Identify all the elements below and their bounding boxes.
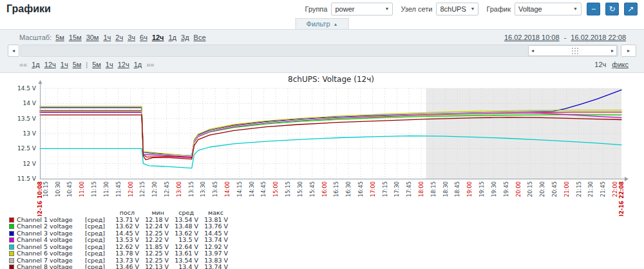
x-tick-label: 19:30: [491, 181, 497, 197]
scrollbar-slider[interactable]: ◂ ▸: [528, 45, 617, 56]
series-avg-value: 13.5 V: [170, 237, 200, 244]
host-select-value: 8chUPS: [440, 5, 466, 13]
x-axis-arrow-icon: [625, 177, 629, 181]
series-name: Channel 6 voltage: [15, 250, 84, 257]
chevron-down-icon: ▼: [470, 6, 475, 11]
x-tick-label: 21:45: [600, 181, 606, 197]
nav-divider: |: [86, 61, 88, 68]
legend-header-макс: макс: [200, 210, 229, 217]
scale-option-30м[interactable]: 30м: [86, 34, 99, 41]
scrollbar-track[interactable]: ◂ ▸: [21, 45, 618, 57]
x-tick-label: 13:45: [212, 181, 218, 197]
legend-row-channel-6: Channel 6 voltage[сред]13.78 V12.25 V13.…: [8, 250, 229, 257]
scale-option-1ч[interactable]: 1ч: [103, 34, 111, 41]
scale-option-12ч[interactable]: 12ч: [152, 34, 164, 41]
nav-forward-5м[interactable]: 5м: [92, 61, 101, 68]
scale-option-1д[interactable]: 1д: [169, 34, 177, 41]
series-color-swatch: [9, 264, 14, 269]
y-axis-arrow-icon: [39, 80, 43, 84]
x-tick-label: 15:00: [272, 181, 279, 197]
scrollbar-right-button[interactable]: ▸: [621, 45, 636, 57]
chart-title: 8chUPS: Voltage (12ч): [288, 75, 374, 84]
page-title: Графики: [6, 3, 51, 15]
nav-fast-forward[interactable]: »»: [146, 61, 154, 68]
scale-option-15м[interactable]: 15м: [69, 34, 82, 41]
series-function: [сред]: [84, 250, 111, 257]
x-tick-label: 12:00: [128, 181, 134, 197]
nav-back-1д[interactable]: 1д: [32, 61, 40, 68]
drag-grip-icon: [572, 50, 573, 52]
nav-back-12ч[interactable]: 12ч: [44, 61, 56, 68]
series-max-value: 13.76 V: [200, 223, 229, 230]
series-min-value: 12.24 V: [140, 223, 170, 230]
nav-forward-1д[interactable]: 1д: [134, 61, 142, 68]
x-tick-label: 15:15: [285, 181, 291, 197]
series-last-value: 13.62 V: [111, 223, 140, 230]
nav-back-1ч[interactable]: 1ч: [61, 61, 68, 68]
x-tick-label: 16:00: [321, 181, 328, 197]
nav-fast-back[interactable]: ««: [19, 61, 27, 68]
y-tick-label: 12 V: [23, 161, 37, 167]
fix-link[interactable]: фикс: [612, 61, 629, 68]
filter-tab[interactable]: Фильтр ▲: [296, 18, 349, 29]
series-avg-value: 13.48 V: [170, 223, 200, 230]
x-tick-label: 12:45: [164, 181, 170, 197]
x-tick-label: 19:15: [478, 181, 485, 197]
series-last-value: 13.46 V: [111, 264, 140, 269]
x-tick-label: 15:45: [309, 181, 316, 197]
scale-option-3д[interactable]: 3д: [181, 34, 189, 41]
scale-option-5м[interactable]: 5м: [55, 34, 64, 41]
scale-option-3ч[interactable]: 3ч: [128, 34, 135, 41]
chevron-down-icon: ▼: [573, 6, 578, 11]
fullscreen-button[interactable]: ↗: [624, 3, 638, 15]
x-tick-label: 14:30: [249, 181, 255, 197]
legend-header-spacer: [8, 210, 15, 217]
header: Графики Группа power ▼ Узел сети 8chUPS …: [0, 0, 644, 17]
y-tick-label: 12.5 V: [17, 145, 37, 152]
scale-option-6ч[interactable]: 6ч: [140, 34, 147, 41]
nav-row: ««1д12ч1ч5м|5м1ч12ч1д»» 12ч фикс: [0, 59, 644, 70]
scrollbar-left-button[interactable]: ◂: [8, 45, 19, 57]
non-working-time-shade: [426, 88, 622, 179]
chevron-down-icon: ▼: [385, 6, 390, 11]
x-tick-label: 20:00: [515, 181, 522, 197]
graph-select[interactable]: Voltage ▼: [515, 3, 582, 15]
date-separator: -: [564, 34, 567, 41]
series-color-swatch: [9, 258, 14, 263]
nav-forward-12ч[interactable]: 12ч: [118, 61, 129, 68]
x-tick-label: 11:15: [91, 181, 97, 197]
x-tick-label: 16:15: [333, 181, 339, 197]
watermark: http://www.zabbix.com: [632, 265, 640, 269]
nav-back-5м[interactable]: 5м: [73, 61, 82, 68]
series-color-swatch: [9, 244, 14, 250]
date-to-link[interactable]: 16.02.2018 22:08: [571, 34, 626, 41]
refresh-button[interactable]: ↻: [605, 3, 619, 15]
filter-panel: Масштаб: 5м15м30м1ч2ч3ч6ч12ч1д3дВсе 16.0…: [0, 29, 644, 73]
x-tick-label: 13:00: [176, 181, 182, 197]
legend-header-сред: сред: [170, 210, 200, 217]
scale-option-2ч[interactable]: 2ч: [115, 34, 123, 41]
scale-option-Все[interactable]: Все: [194, 34, 206, 41]
series-last-value: 13.53 V: [111, 237, 140, 244]
date-range: 16.02.2018 10:08 - 16.02.2018 22:08: [504, 34, 626, 41]
nav-links: ««1д12ч1ч5м|5м1ч12ч1д»»: [19, 61, 158, 68]
date-from-link[interactable]: 16.02.2018 10:08: [504, 34, 560, 41]
series-function: [сред]: [84, 237, 111, 244]
arrow-right-icon: ▸: [611, 48, 614, 54]
group-select[interactable]: power ▼: [331, 3, 393, 15]
legend-row-channel-2: Channel 2 voltage[сред]13.62 V12.24 V13.…: [8, 223, 229, 230]
series-color-swatch: [9, 217, 14, 223]
host-select[interactable]: 8chUPS ▼: [436, 3, 478, 15]
nav-forward-1ч[interactable]: 1ч: [106, 61, 113, 68]
collapse-button[interactable]: −: [587, 3, 600, 15]
series-min-value: 12.25 V: [140, 250, 170, 257]
legend-swatch-cell: [8, 257, 15, 264]
x-tick-label: 18:15: [430, 181, 437, 197]
series-name: Channel 4 voltage: [15, 237, 84, 244]
legend-swatch-cell: [8, 237, 15, 244]
y-tick-label: 13 V: [23, 130, 37, 137]
graph-canvas[interactable]: 14.5 V14 V13.5 V13 V12.5 V12 V11.5 V02-1…: [0, 73, 644, 216]
arrow-right-icon: ▸: [627, 48, 630, 54]
series-min-value: 12.22 V: [140, 237, 170, 244]
x-tick-label: 21:15: [576, 181, 582, 197]
